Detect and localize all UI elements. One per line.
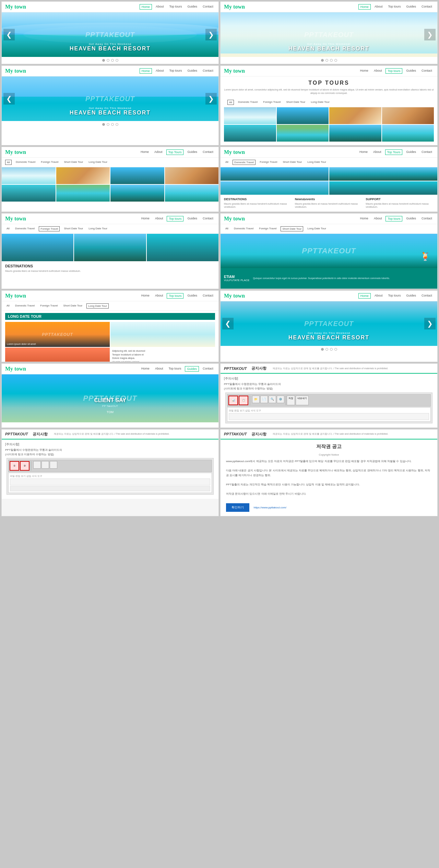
nav-toptours-9[interactable]: Top tours <box>167 293 183 299</box>
nav-home-7[interactable]: Home <box>140 216 151 221</box>
sw-btn-13-4[interactable] <box>41 461 49 469</box>
sw-btn-13-5[interactable] <box>50 461 57 469</box>
filter-all-6[interactable]: All <box>224 160 230 165</box>
filter-short-4[interactable]: Short Date Tour <box>285 100 307 105</box>
nav-toptours-1[interactable]: Top tours <box>167 4 183 10</box>
nav-guides-7[interactable]: Guides <box>186 216 199 221</box>
sw-btn-3[interactable]: 📁 <box>252 396 260 403</box>
filter-foreign-6[interactable]: Foreign Travel <box>258 160 278 165</box>
filter-foreign-9[interactable]: Foreign Travel <box>39 303 59 309</box>
nav-guides-8[interactable]: Guides <box>404 216 418 221</box>
nav-about-1[interactable]: About <box>154 4 166 10</box>
nav-about-3[interactable]: About <box>154 68 166 74</box>
filter-foreign-4[interactable]: Foreign Travel <box>262 100 282 105</box>
hero-arrow-left-1[interactable]: ❮ <box>3 29 15 40</box>
filter-domestic-8[interactable]: Domestic Travel <box>233 226 255 231</box>
dot-2-4[interactable] <box>334 59 337 62</box>
dot-3-2[interactable] <box>107 123 109 126</box>
filter-long-8[interactable]: Long Date Tour <box>306 226 328 231</box>
copyright-link[interactable]: https://www.ppttakout.com/ <box>253 506 286 509</box>
dot-10-3[interactable] <box>330 348 333 351</box>
copyright-link-btn[interactable]: 확인하기 <box>226 503 249 512</box>
filter-long-5[interactable]: Long Date Tour <box>87 160 109 165</box>
nav-toptours-3[interactable]: Top tours <box>167 68 183 74</box>
sw-btn-13-1[interactable]: ① <box>10 461 19 471</box>
dot-10-1[interactable] <box>321 348 324 351</box>
filter-domestic-6[interactable]: Domestic Travel <box>233 160 256 165</box>
dot-1-1[interactable] <box>102 59 105 62</box>
dot-10-2[interactable] <box>325 348 328 351</box>
filter-short-5[interactable]: Short Date Tour <box>62 160 84 165</box>
nav-guides-2[interactable]: Guides <box>404 4 418 10</box>
nav-contact-6[interactable]: Contact <box>420 149 434 155</box>
dot-1-2[interactable] <box>107 59 109 62</box>
sw-btn-6[interactable]: ⚙️ <box>277 396 284 403</box>
nav-about-8[interactable]: About <box>372 216 384 221</box>
filter-long-6[interactable]: Long Date Tour <box>306 160 328 165</box>
filter-domestic-9[interactable]: Domestic Travel <box>14 303 36 309</box>
hero-arrow-right-1[interactable]: ❯ <box>205 29 217 40</box>
nav-home-1[interactable]: Home <box>140 4 152 10</box>
nav-home-6[interactable]: Home <box>358 149 369 155</box>
filter-domestic-7[interactable]: Domestic Travel <box>14 226 36 231</box>
nav-guides-3[interactable]: Guides <box>186 68 199 74</box>
nav-home-2[interactable]: Home <box>358 4 371 10</box>
filter-all-4[interactable]: All <box>227 100 234 105</box>
nav-home-5[interactable]: Home <box>139 149 151 155</box>
sw-btn-8[interactable]: 내보내기 <box>296 396 309 405</box>
hero-arrow-right-3[interactable]: ❯ <box>205 93 217 105</box>
nav-contact-9[interactable]: Contact <box>201 293 215 299</box>
sw-btn-highlighted-2[interactable]: 📋 <box>239 396 248 405</box>
nav-home-10[interactable]: Home <box>358 293 371 299</box>
nav-guides-10[interactable]: Guides <box>404 293 418 299</box>
filter-short-6[interactable]: Short Date Tour <box>281 160 303 165</box>
filter-all-7[interactable]: All <box>5 226 11 231</box>
nav-home-8[interactable]: Home <box>358 216 370 221</box>
filter-all-5[interactable]: All <box>5 160 12 165</box>
filter-all-9[interactable]: All <box>5 303 11 309</box>
nav-toptours-11[interactable]: Top tours <box>167 366 183 372</box>
nav-home-3[interactable]: Home <box>140 68 152 74</box>
nav-toptours-2[interactable]: Top tours <box>386 4 402 10</box>
nav-guides-6[interactable]: Guides <box>404 149 418 155</box>
dot-3-1[interactable] <box>102 123 105 126</box>
nav-about-5[interactable]: Adout <box>153 149 164 155</box>
nav-contact-3[interactable]: Contact <box>201 68 215 74</box>
sw-btn-13-3[interactable] <box>33 461 41 469</box>
filter-short-9[interactable]: Short Date Tour <box>62 303 84 309</box>
dot-2-2[interactable] <box>325 59 328 62</box>
dot-1-3[interactable] <box>111 59 114 62</box>
nav-about-10[interactable]: About <box>373 293 384 299</box>
filter-foreign-8[interactable]: Foreign Travel <box>258 226 278 231</box>
nav-contact-11[interactable]: Contact <box>201 366 215 372</box>
nav-guides-1[interactable]: Guides <box>186 4 199 10</box>
filter-foreign-5[interactable]: Foreign Travel <box>39 160 60 165</box>
nav-guides-4[interactable]: Guides <box>404 68 418 74</box>
filter-long-9[interactable]: Long Date Tour <box>86 303 109 309</box>
nav-toptours-8[interactable]: Top tours <box>385 216 402 221</box>
nav-about-6[interactable]: About <box>371 149 383 155</box>
nav-about-9[interactable]: About <box>153 293 165 299</box>
nav-toptours-5[interactable]: Top Tours <box>166 149 184 155</box>
nav-contact-10[interactable]: Contact <box>420 293 434 299</box>
nav-guides-9[interactable]: Guides <box>186 293 199 299</box>
filter-all-8[interactable]: All <box>224 226 230 231</box>
nav-home-11[interactable]: Home <box>140 366 151 372</box>
sw-btn-4[interactable]: 📄 <box>260 396 268 403</box>
nav-contact-4[interactable]: Contact <box>420 68 434 74</box>
nav-about-11[interactable]: About <box>153 366 165 372</box>
nav-about-2[interactable]: About <box>373 4 384 10</box>
nav-home-9[interactable]: Home <box>140 293 151 299</box>
nav-contact-5[interactable]: Contact <box>201 149 215 155</box>
nav-guides-5[interactable]: Guides <box>186 149 199 155</box>
nav-about-4[interactable]: About <box>372 68 384 74</box>
filter-domestic-4[interactable]: Domestic Travel <box>237 100 259 105</box>
filter-long-4[interactable]: Long Date Tour <box>309 100 331 105</box>
filter-short-8[interactable]: Short Date Tour <box>281 226 303 231</box>
dot-10-4[interactable] <box>334 348 337 351</box>
filter-long-7[interactable]: Long Date Tour <box>87 226 109 231</box>
nav-home-4[interactable]: Home <box>358 68 370 74</box>
hero-arrow-right-2[interactable]: ❯ <box>424 29 436 40</box>
nav-contact-2[interactable]: Contact <box>420 4 434 10</box>
hero-arrow-left-10[interactable]: ❮ <box>222 318 234 329</box>
